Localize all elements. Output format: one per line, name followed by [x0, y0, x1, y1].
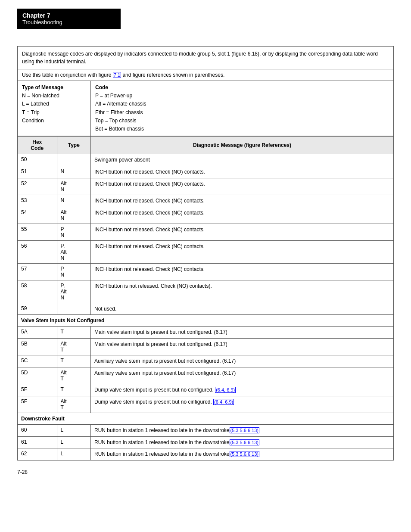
intro-text: Diagnostic message codes are displayed b…: [18, 47, 394, 69]
table-row: 51 N INCH button not released. Check (NO…: [18, 166, 394, 178]
msg-text: Auxiliary valve stem input is present bu…: [91, 355, 394, 367]
type-legend: Type of Message N = Non-latched L = Latc…: [18, 81, 91, 137]
type-val: AltN: [57, 178, 90, 195]
table-row: 53 N INCH button not released. Check (NC…: [18, 195, 394, 207]
ref-62-link[interactable]: (5.3 5.6,6.13): [230, 451, 259, 457]
use-table-text: Use this table in conjunction with figur…: [18, 69, 394, 81]
section-label: Valve Stem Inputs Not Configured: [18, 315, 394, 327]
table-row: 59 Not used.: [18, 303, 394, 315]
table-row: 62 L RUN button in station 1 released to…: [18, 448, 394, 460]
type-val: L: [57, 436, 90, 448]
hex-code: 50: [18, 154, 57, 166]
type-val: [57, 303, 90, 315]
table-row: 54 AltN INCH button not released. Check …: [18, 207, 394, 224]
use-table-row: Use this table in conjunction with figur…: [18, 69, 394, 81]
section-header-valve-stem: Valve Stem Inputs Not Configured: [18, 315, 394, 327]
type-val: N: [57, 195, 90, 207]
page-number: 7-28: [17, 469, 394, 475]
msg-text: INCH button not released. Check (NC) con…: [91, 224, 394, 240]
type-val: [57, 154, 90, 166]
type-val: PN: [57, 224, 90, 240]
hex-col-header: HexCode: [18, 136, 57, 154]
table-row: 5B AltT Main valve stem input is present…: [18, 339, 394, 355]
chapter-number: Chapter 7: [22, 12, 115, 19]
type-val: T: [57, 327, 90, 339]
msg-text: INCH button is not released. Check (NO) …: [91, 280, 394, 303]
msg-text: INCH button not released. Check (NC) con…: [91, 240, 394, 263]
table-row: 50 Swingarm power absent: [18, 154, 394, 166]
msg-text: Not used.: [91, 303, 394, 315]
table-row: 5D AltT Auxiliary valve stem input is pr…: [18, 367, 394, 384]
ref-60-link[interactable]: (5.3 5.6 6.13): [230, 427, 259, 433]
hex-code: 51: [18, 166, 57, 178]
hex-code: 5D: [18, 367, 57, 384]
type-val: L: [57, 448, 90, 460]
msg-text: Dump valve stem input is present but no …: [91, 396, 394, 413]
table-row: 60 L RUN button in station 1 released to…: [18, 424, 394, 436]
hex-code: 5E: [18, 384, 57, 396]
legend-row: Type of Message N = Non-latched L = Latc…: [18, 81, 394, 137]
msg-text: INCH button not released. Check (NC) con…: [91, 195, 394, 207]
type-val: P,AltN: [57, 240, 90, 263]
msg-text: Auxiliary valve stem input is present bu…: [91, 367, 394, 384]
table-row: 56 P,AltN INCH button not released. Chec…: [18, 240, 394, 263]
msg-text: INCH button not released. Check (NC) con…: [91, 207, 394, 224]
fig-7-1-link[interactable]: 7.1: [113, 72, 121, 78]
ref-5f-link[interactable]: (6.4, 6.9): [213, 399, 234, 405]
msg-text: RUN button in station 1 released too lat…: [91, 424, 394, 436]
msg-text: Dump valve stem input is present but no …: [91, 384, 394, 396]
ref-61-link[interactable]: (5.3 5.6 6.13): [230, 439, 259, 445]
code-legend: Code P = at Power-up Alt = Alternate cha…: [91, 81, 394, 137]
hex-code: 62: [18, 448, 57, 460]
hex-code: 58: [18, 280, 57, 303]
msg-col-header: Diagnostic Message (figure References): [91, 136, 394, 154]
type-val: AltT: [57, 339, 90, 355]
type-val: T: [57, 355, 90, 367]
type-val: L: [57, 424, 90, 436]
chapter-header: Chapter 7 Troubleshooting: [17, 9, 121, 29]
msg-text: INCH button not released. Check (NC) con…: [91, 263, 394, 280]
table-row: 58 P,AltN INCH button is not released. C…: [18, 280, 394, 303]
hex-code: 54: [18, 207, 57, 224]
type-val: AltT: [57, 396, 90, 413]
type-val: PN: [57, 263, 90, 280]
hex-code: 61: [18, 436, 57, 448]
diagnostic-table: Diagnostic message codes are displayed b…: [17, 46, 394, 460]
chapter-title: Troubleshooting: [22, 19, 115, 25]
table-row: 57 PN INCH button not released. Check (N…: [18, 263, 394, 280]
msg-text: Main valve stem input is present but not…: [91, 327, 394, 339]
hex-code: 5B: [18, 339, 57, 355]
hex-code: 57: [18, 263, 57, 280]
msg-text: RUN button in station 1 released too lat…: [91, 436, 394, 448]
section-label: Downstroke Fault: [18, 413, 394, 424]
hex-code: 56: [18, 240, 57, 263]
hex-code: 52: [18, 178, 57, 195]
type-val: AltN: [57, 207, 90, 224]
intro-row: Diagnostic message codes are displayed b…: [18, 47, 394, 69]
type-val: AltT: [57, 367, 90, 384]
col-header-row: HexCode Type Diagnostic Message (figure …: [18, 136, 394, 154]
table-row: 5F AltT Dump valve stem input is present…: [18, 396, 394, 413]
type-col-header: Type: [57, 136, 90, 154]
table-row: 52 AltN INCH button not released. Check …: [18, 178, 394, 195]
table-row: 5C T Auxiliary valve stem input is prese…: [18, 355, 394, 367]
hex-code: 5F: [18, 396, 57, 413]
section-header-downstroke: Downstroke Fault: [18, 413, 394, 424]
hex-code: 60: [18, 424, 57, 436]
type-val: P,AltN: [57, 280, 90, 303]
type-val: N: [57, 166, 90, 178]
msg-text: INCH button not released. Check (NO) con…: [91, 166, 394, 178]
hex-code: 59: [18, 303, 57, 315]
msg-text: Main valve stem input is present but not…: [91, 339, 394, 355]
table-row: 5A T Main valve stem input is present bu…: [18, 327, 394, 339]
table-row: 55 PN INCH button not released. Check (N…: [18, 224, 394, 240]
hex-code: 5C: [18, 355, 57, 367]
hex-code: 5A: [18, 327, 57, 339]
hex-code: 53: [18, 195, 57, 207]
table-row: 5E T Dump valve stem input is present bu…: [18, 384, 394, 396]
ref-5e-link[interactable]: (6.4, 6.9): [215, 387, 236, 393]
msg-text: INCH button not released. Check (NO) con…: [91, 178, 394, 195]
table-row: 61 L RUN button in station 1 released to…: [18, 436, 394, 448]
type-val: T: [57, 384, 90, 396]
msg-text: Swingarm power absent: [91, 154, 394, 166]
